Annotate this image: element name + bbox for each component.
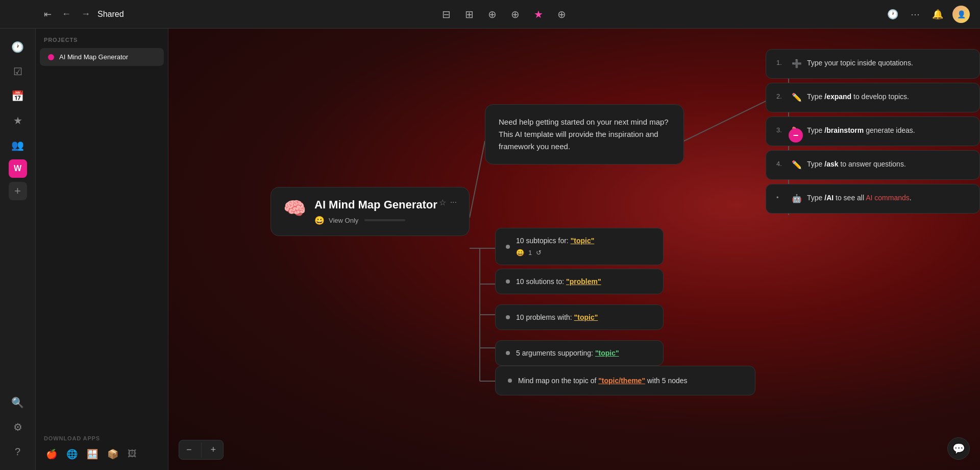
plus-icon-1: ➕	[792, 58, 802, 70]
nav-forward-button[interactable]: →	[78, 6, 93, 22]
download-windows-icon[interactable]: 🪟	[85, 447, 100, 462]
download-image-icon[interactable]: 🖼	[126, 447, 139, 462]
zoom-in-button[interactable]: +	[204, 440, 224, 459]
description-node: Need help getting started on your next m…	[485, 104, 684, 165]
more-options-icon[interactable]: ···	[450, 198, 457, 207]
bullet-node-5[interactable]: Mind map on the topic of "topic/theme" w…	[495, 366, 755, 395]
download-package-icon[interactable]: 📦	[105, 447, 120, 462]
reaction-emoji[interactable]: 😀	[516, 249, 524, 256]
bullet-text-before-4: 5 arguments supporting:	[516, 349, 595, 357]
sidebar-workspace-avatar[interactable]: W	[9, 159, 27, 178]
toolbar-icon-2[interactable]: ⊞	[461, 5, 478, 24]
notification-button[interactable]: 🔔	[929, 6, 946, 23]
projects-header: Projects	[36, 29, 168, 47]
right-card-text-1: Type your topic inside quotations.	[807, 58, 969, 68]
topbar: ⇤ ← → Shared ⊟ ⊞ ⊕ ⊕ ★ ⊕ 🕐 ⋯ 🔔 👤	[0, 0, 980, 29]
right-card-text-2: Type /expand to develop topics.	[807, 91, 969, 102]
node-reactions-1: 😀 1 ↺	[516, 249, 594, 256]
sidebar-add-button[interactable]: +	[9, 182, 27, 200]
sidebar-item-settings[interactable]: ⚙	[8, 417, 28, 437]
projects-panel: Projects AI Mind Map Generator Download …	[36, 29, 168, 470]
right-card-text-5: Type /AI to see all AI commands.	[807, 193, 969, 203]
bullet-node-4[interactable]: 5 arguments supporting: "topic"	[495, 340, 664, 366]
project-dot	[48, 54, 54, 60]
chat-button[interactable]: 💬	[947, 437, 970, 460]
project-item-ai-mind-map[interactable]: AI Mind Map Generator	[40, 48, 164, 66]
download-web-icon[interactable]: 🌐	[64, 447, 80, 462]
download-icons: 🍎 🌐 🪟 📦 🖼	[44, 447, 160, 462]
sidebar-item-home[interactable]: 🕐	[8, 37, 28, 57]
view-only-text: View Only	[329, 217, 358, 224]
pencil-icon-4: ✏️	[792, 159, 802, 171]
bullet-highlight-3: "topic"	[574, 313, 598, 321]
right-card-2: 2. ✏️ Type /expand to develop topics.	[766, 83, 980, 112]
sidebar-item-favorites[interactable]: ★	[8, 110, 28, 131]
bullet-node-2[interactable]: 10 solutions to: "problem"	[495, 269, 664, 294]
star-icon[interactable]: ☆	[439, 198, 446, 207]
topbar-left: ⇤ ← → Shared	[0, 6, 124, 23]
bullet-highlight-4: "topic"	[595, 349, 619, 357]
sidebar-item-search[interactable]: 🔍	[8, 392, 28, 413]
sidebar-item-tasks[interactable]: ☑	[8, 61, 28, 82]
download-label: Download Apps	[44, 435, 160, 441]
brain-icon: 🧠	[283, 198, 306, 219]
more-button[interactable]: ⋯	[908, 6, 923, 23]
sidebar-item-people[interactable]: 👥	[8, 135, 28, 155]
projects-footer: Download Apps 🍎 🌐 🪟 📦 🖼	[36, 427, 168, 470]
bullet-text-before-2: 10 solutions to:	[516, 277, 566, 286]
bullet-text-before-5: Mind map on the topic of	[518, 377, 598, 385]
toolbar-icon-4[interactable]: ⊕	[507, 5, 524, 24]
toolbar-icon-5[interactable]: ⊕	[553, 5, 570, 24]
collapse-sidebar-button[interactable]: ⇤	[41, 6, 55, 23]
bullet-text-before-3: 10 problems with:	[516, 313, 574, 321]
project-name: AI Mind Map Generator	[59, 53, 128, 61]
toolbar-icon-1[interactable]: ⊟	[438, 5, 455, 24]
left-sidebar: 🕐 ☑ 📅 ★ 👥 W + 🔍 ⚙ ?	[0, 29, 36, 470]
bullet-dot-3	[506, 315, 510, 319]
bullet-content-3: 10 problems with: "topic"	[516, 313, 598, 321]
robot-icon: 🤖	[792, 193, 802, 205]
topbar-right: 🕐 ⋯ 🔔 👤	[884, 6, 980, 23]
bullet-dot-1	[506, 245, 510, 249]
description-text: Need help getting started on your next m…	[499, 118, 669, 151]
minus-badge[interactable]: −	[789, 128, 803, 143]
bullet-highlight-1: "topic"	[571, 237, 595, 245]
right-card-text-4: Type /ask to answer questions.	[807, 159, 969, 170]
view-only-emoji: 😀	[314, 216, 325, 225]
main-node-actions: ☆ ···	[439, 198, 457, 207]
main-node-card[interactable]: 🧠 AI Mind Map Generator ☆ ··· 😀 View Onl…	[271, 187, 470, 236]
reaction-count: 1	[528, 249, 532, 256]
right-card-bullet: •	[776, 193, 787, 203]
sidebar-item-calendar[interactable]: 📅	[8, 86, 28, 106]
bullet-content-4: 5 arguments supporting: "topic"	[516, 349, 619, 357]
user-avatar[interactable]: 👤	[952, 6, 970, 23]
bullet-node-1[interactable]: 10 subtopics for: "topic" 😀 1 ↺	[495, 228, 664, 265]
zoom-controls: − +	[179, 440, 224, 460]
download-apple-icon[interactable]: 🍎	[44, 447, 59, 462]
right-card-number-3: 3.	[776, 125, 787, 135]
right-card-text-3: Type /brainstorm generate ideas.	[807, 125, 969, 136]
bullet-node-3[interactable]: 10 problems with: "topic"	[495, 304, 664, 330]
right-card-5: • 🤖 Type /AI to see all AI commands.	[766, 184, 980, 214]
bullet-dot-5	[508, 379, 512, 383]
main-node-content: AI Mind Map Generator ☆ ··· 😀 View Only	[314, 198, 457, 225]
bullet-dot-4	[506, 351, 510, 355]
topbar-center: ⊟ ⊞ ⊕ ⊕ ★ ⊕	[438, 5, 570, 24]
pencil-icon-2: ✏️	[792, 91, 802, 104]
activity-button[interactable]: 🕐	[884, 6, 901, 23]
right-card-number-4: 4.	[776, 159, 787, 169]
reaction-reload-icon[interactable]: ↺	[536, 249, 542, 256]
toolbar-star-button[interactable]: ★	[530, 5, 547, 24]
right-card-number-2: 2.	[776, 91, 787, 102]
main-node-title: AI Mind Map Generator	[314, 198, 437, 213]
nav-back-button[interactable]: ←	[59, 6, 74, 22]
bullet-content-1: 10 subtopics for: "topic" 😀 1 ↺	[516, 237, 594, 256]
svg-line-0	[470, 141, 485, 218]
right-card-1: 1. ➕ Type your topic inside quotations.	[766, 49, 980, 79]
sidebar-item-help[interactable]: ?	[8, 441, 28, 462]
bullet-content-2: 10 solutions to: "problem"	[516, 277, 601, 286]
bullet-highlight-2: "problem"	[566, 277, 601, 286]
canvas-area: 🧠 AI Mind Map Generator ☆ ··· 😀 View Onl…	[168, 29, 980, 470]
zoom-out-button[interactable]: −	[179, 440, 199, 459]
toolbar-icon-3[interactable]: ⊕	[484, 5, 501, 24]
